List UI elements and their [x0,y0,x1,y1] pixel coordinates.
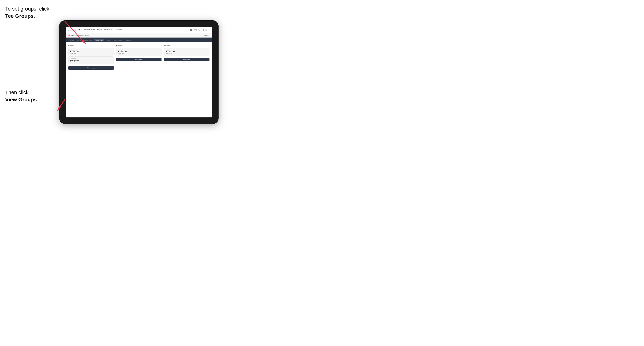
tab-details[interactable]: Details [68,39,75,41]
round-1-title: Round 1 [68,45,114,47]
breadcrumb-logo: C [68,34,70,36]
sign-out-link[interactable]: Sign out [205,29,210,30]
main-content: Round 1 (Course A) Peachtree GC Stroke P… [66,42,212,117]
round-1-course-b-name: East Lake GC [70,59,112,61]
nav-right: B blair@clippd.io | Sign out [190,29,210,31]
round-1-view-groups-button[interactable]: View groups [68,66,114,70]
round-1-course-a-format: Stroke Play [70,53,112,54]
rounds-container: Round 1 (Course A) Peachtree GC Stroke P… [68,45,210,70]
instruction-top: To set groups, click Tee Groups. [5,5,49,20]
avatar: B [190,29,192,31]
tab-leaderboards[interactable]: Leaderboards [112,39,123,41]
round-3-view-groups-button[interactable]: View groups [164,58,210,61]
round-1-course-a-name: Peachtree GC [70,51,112,53]
round-2-column: Round 2 (Course A) Peachtree GC Stroke P… [116,45,162,70]
tab-printables[interactable]: Printables [124,39,132,41]
nav-committee[interactable]: COMMITTEE [104,29,112,31]
breadcrumb-bar: C Clippd Invitational (M... Hosting Canc… [66,33,212,37]
round-2-course-a-card: (Course A) Peachtree GC Stroke Play [116,48,162,55]
round-3-title: Round 3 [164,45,210,47]
cancel-button[interactable]: Cancel ✕ [204,35,210,36]
tab-results[interactable]: Results [104,39,112,41]
round-3-course-a-label: (Course A) [166,50,208,51]
round-1-course-b-label: (Course B) [70,58,112,59]
logo-area: SCOREBOARD Powered by clippit [68,29,81,31]
round-2-title: Round 2 [116,45,162,47]
nav-teams[interactable]: TEAMS [97,29,102,31]
round-2-course-a-name: Peachtree GC [118,51,160,53]
breadcrumb-status: Hosting [85,35,89,36]
instruction-bottom: Then click View Groups. [5,89,38,103]
sub-nav: Details Teams Course Setup Tee Groups Re… [66,37,212,42]
round-3-column: Round 3 (Course A) Peachtree GC Stroke P… [164,45,210,70]
top-nav: SCOREBOARD Powered by clippit TOURNAMENT… [66,27,212,33]
round-1-course-b-card: (Course B) East Lake GC Stroke Play [68,56,114,64]
tab-teams[interactable]: Teams [76,39,82,41]
logo-c-letter: S [68,28,70,30]
separator: | [203,29,204,30]
nav-links: TOURNAMENTS TEAMS COMMITTEE RANKINGS [84,29,190,31]
round-1-course-b-format: Stroke Play [70,61,112,62]
round-2-view-groups-button[interactable]: View groups [116,58,162,61]
tab-tee-groups[interactable]: Tee Groups [94,39,104,41]
round-1-course-a-card: (Course A) Peachtree GC Stroke Play [68,48,114,55]
instruction-bold-tee-groups: Tee Groups [5,13,34,19]
tablet-frame: SCOREBOARD Powered by clippit TOURNAMENT… [59,20,218,124]
round-1-course-a-label: (Course A) [70,50,112,51]
round-3-course-a-format: Stroke Play [166,53,208,54]
round-2-course-a-label: (Course A) [118,50,160,51]
tab-course-setup[interactable]: Course Setup [83,39,94,41]
round-2-course-a-format: Stroke Play [118,53,160,54]
round-3-course-a-card: (Course A) Peachtree GC Stroke Play [164,48,210,55]
logo-sub: Powered by clippit [68,30,81,31]
tablet-screen: SCOREBOARD Powered by clippit TOURNAMENT… [66,27,212,117]
nav-rankings[interactable]: RANKINGS [115,29,122,31]
round-1-column: Round 1 (Course A) Peachtree GC Stroke P… [68,45,114,70]
instruction-bold-view-groups: View Groups [5,97,37,102]
nav-tournaments[interactable]: TOURNAMENTS [84,29,95,31]
breadcrumb-title: Clippd Invitational (M... [71,35,84,36]
user-email: blair@clippd.io [194,29,202,30]
round-3-course-a-name: Peachtree GC [166,51,208,53]
